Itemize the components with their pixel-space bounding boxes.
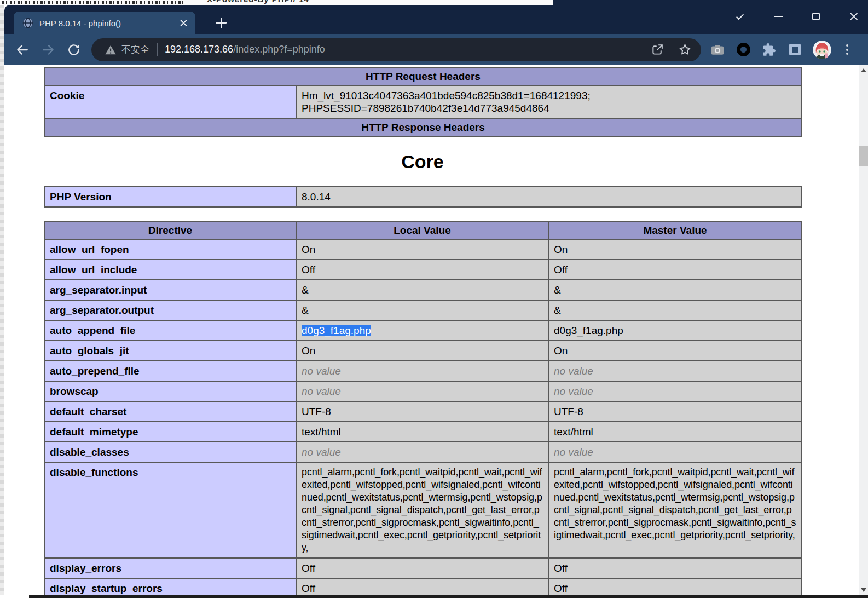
browser-menu-button[interactable]	[842, 42, 853, 57]
scroll-down-icon	[861, 588, 866, 592]
bookmark-button[interactable]	[677, 42, 692, 58]
side-panel-button[interactable]	[787, 42, 802, 58]
minimize-button[interactable]	[772, 10, 785, 23]
table-row: display_errorsOffOff	[44, 558, 802, 578]
warning-triangle-icon	[105, 44, 117, 56]
table-row: disable_classesno valueno value	[44, 442, 802, 462]
page-viewport: HTTP Request Headers Cookie Hm_lvt_91013…	[4, 65, 868, 595]
avatar-image	[813, 41, 831, 59]
scroll-down-button[interactable]	[859, 584, 868, 595]
php-version-label: PHP Version	[44, 187, 296, 207]
table-row: browscapno valueno value	[44, 381, 802, 401]
forward-button[interactable]	[40, 42, 56, 58]
master-value-cell: no value	[548, 361, 802, 381]
security-label: 不安全	[121, 43, 149, 56]
table-row: auto_append_filed0g3_f1ag.phpd0g3_f1ag.p…	[44, 320, 802, 341]
new-tab-button[interactable]	[214, 16, 228, 30]
master-value-cell: &	[548, 280, 802, 300]
extension-ring-button[interactable]	[736, 42, 751, 58]
scroll-up-button[interactable]	[859, 65, 868, 76]
directive-name-cell: allow_url_fopen	[44, 239, 296, 260]
directive-name-cell: auto_prepend_file	[44, 361, 296, 381]
reload-button[interactable]	[66, 42, 82, 58]
maximize-button[interactable]	[809, 10, 823, 23]
security-chip[interactable]: 不安全	[105, 43, 149, 56]
local-value-cell: no value	[296, 361, 548, 381]
scrollbar-thumb[interactable]	[859, 146, 868, 166]
omnibox-separator	[157, 43, 158, 56]
globe-favicon-icon	[22, 18, 33, 28]
selected-text: d0g3_f1ag.php	[302, 325, 371, 336]
background-clipped-text	[2, 1, 183, 4]
close-icon	[849, 12, 859, 21]
extensions-menu-button[interactable]	[761, 42, 777, 58]
column-header-local-value: Local Value	[296, 221, 548, 239]
directive-name-cell: display_startup_errors	[44, 578, 296, 595]
local-value-cell: Off	[296, 558, 548, 578]
table-row: arg_separator.output&&	[44, 300, 802, 320]
background-window-strip: X-Powered-By PHP// 14	[0, 0, 553, 5]
column-header-directive: Directive	[44, 221, 296, 239]
directive-name-cell: default_charset	[44, 401, 296, 422]
profile-avatar[interactable]	[813, 41, 831, 59]
url-path: /index.php?f=phpinfo	[233, 44, 325, 55]
local-value-cell: Off	[296, 578, 548, 595]
omnibox-actions	[650, 42, 692, 58]
directive-name-cell: default_mimetype	[44, 422, 296, 442]
ring-icon	[737, 43, 750, 56]
section-title: Core	[44, 151, 801, 172]
directive-name-cell: disable_classes	[44, 442, 296, 462]
close-button[interactable]	[847, 10, 860, 23]
scroll-up-icon	[861, 68, 866, 72]
local-value-cell: &	[296, 300, 548, 320]
directives-table-body: allow_url_fopenOnOnallow_url_includeOffO…	[44, 239, 802, 595]
request-headers-title: HTTP Request Headers	[44, 67, 802, 85]
master-value-cell: no value	[548, 381, 802, 401]
directive-name-cell: arg_separator.output	[44, 300, 296, 320]
master-value-cell: On	[548, 341, 802, 361]
directive-name-cell: disable_functions	[44, 462, 296, 558]
master-value-cell: d0g3_f1ag.php	[548, 320, 802, 341]
extensions-row	[710, 41, 853, 59]
tab-close-icon[interactable]	[179, 18, 189, 28]
http-headers-table: HTTP Request Headers Cookie Hm_lvt_91013…	[44, 67, 802, 137]
table-row: default_mimetypetext/htmltext/html	[44, 422, 802, 442]
master-value-cell: On	[548, 239, 802, 260]
address-bar[interactable]: 不安全 192.168.173.66/index.php?f=phpinfo	[91, 38, 701, 61]
table-row: arg_separator.input&&	[44, 280, 802, 300]
table-row: auto_prepend_fileno valueno value	[44, 361, 802, 381]
directive-name-cell: browscap	[44, 381, 296, 401]
url-text: 192.168.173.66/index.php?f=phpinfo	[165, 44, 650, 55]
side-panel-icon	[789, 44, 801, 55]
php-version-table: PHP Version 8.0.14	[44, 186, 802, 208]
screenshot-extension-button[interactable]	[710, 42, 725, 58]
table-row: disable_functionspcntl_alarm,pcntl_fork,…	[44, 462, 802, 558]
table-row: display_startup_errorsOffOff	[44, 578, 802, 595]
url-host: 192.168.173.66	[165, 44, 233, 55]
vertical-scrollbar[interactable]	[859, 65, 868, 595]
share-icon	[651, 43, 664, 56]
puzzle-icon	[762, 43, 776, 57]
forward-arrow-icon	[41, 43, 55, 57]
master-value-cell: Off	[548, 578, 802, 595]
browser-tab[interactable]: PHP 8.0.14 - phpinfo()	[14, 12, 195, 34]
toolbar: 不安全 192.168.173.66/index.php?f=phpinfo	[4, 34, 868, 65]
php-version-value: 8.0.14	[296, 187, 802, 207]
local-value-cell: On	[296, 239, 548, 260]
table-row: default_charsetUTF-8UTF-8	[44, 401, 802, 422]
master-value-cell: text/html	[548, 422, 802, 442]
share-button[interactable]	[650, 42, 665, 58]
phpinfo-content: HTTP Request Headers Cookie Hm_lvt_91013…	[44, 65, 801, 595]
directive-name-cell: auto_globals_jit	[44, 341, 296, 361]
local-value-cell: d0g3_f1ag.php	[296, 320, 548, 341]
cookie-label: Cookie	[44, 85, 296, 118]
master-value-cell: pcntl_alarm,pcntl_fork,pcntl_waitpid,pcn…	[548, 462, 802, 558]
directive-name-cell: auto_append_file	[44, 320, 296, 341]
tab-search-button[interactable]	[734, 10, 747, 23]
star-icon	[678, 43, 692, 56]
master-value-cell: &	[548, 300, 802, 320]
directive-name-cell: arg_separator.input	[44, 280, 296, 300]
back-button[interactable]	[14, 42, 31, 58]
master-value-cell: no value	[548, 442, 802, 462]
background-bottom-strip	[29, 595, 868, 598]
